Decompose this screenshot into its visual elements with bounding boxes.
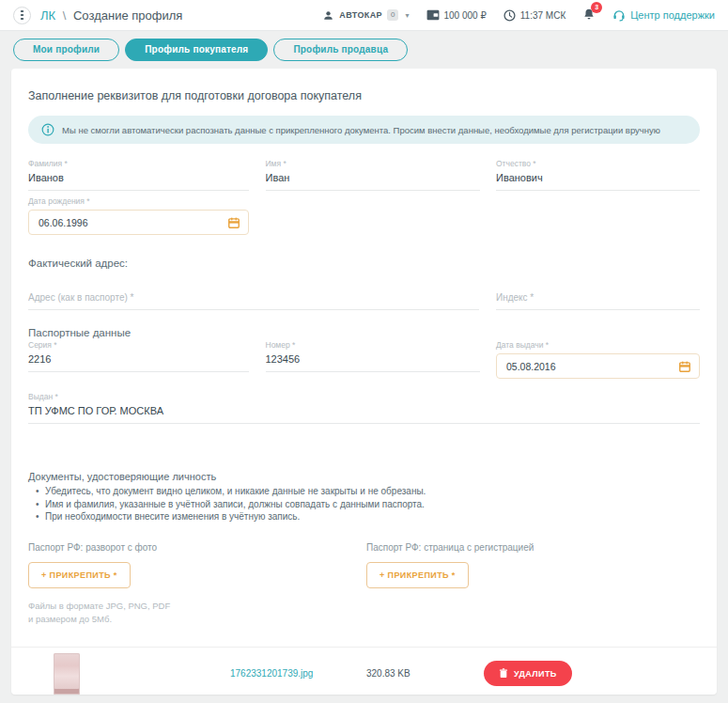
issue-date-label: Дата выдачи * (496, 340, 700, 350)
top-header: ЛК \ Создание профиля АВТОКАР 0 ▾ 100 00… (0, 0, 728, 31)
time-value: 11:37 МСК (520, 10, 565, 21)
trash-icon (499, 668, 508, 679)
documents-title: Документы, удостоверяющие личность (28, 471, 700, 482)
address-input[interactable] (28, 286, 479, 310)
upload-registration-page: Паспорт РФ: страница с регистрацией + ПР… (366, 542, 700, 627)
last-name-field: Фамилия * (28, 159, 249, 191)
attach-registration-button[interactable]: + ПРИКРЕПИТЬ * (366, 562, 469, 588)
issued-by-field: Выдан * (28, 392, 700, 424)
file-thumbnail[interactable] (54, 653, 80, 695)
address-field (28, 286, 479, 310)
issue-date-input[interactable] (506, 361, 678, 372)
balance-value: 100 000 ₽ (444, 10, 487, 21)
upload-photo-spread: Паспорт РФ: разворот с фото + ПРИКРЕПИТЬ… (28, 542, 366, 627)
passport-series-field: Серия * (28, 340, 249, 379)
header-toolbar: АВТОКАР 0 ▾ 100 000 ₽ 11:37 МСК 3 Центр … (322, 8, 715, 23)
documents-rule: Убедитесь, что документ видно целиком, и… (28, 485, 700, 498)
support-center-label: Центр поддержки (630, 9, 715, 21)
first-name-label: Имя * (266, 159, 480, 168)
middle-name-label: Отчество * (496, 159, 700, 168)
info-banner-text: Мы не смогли автоматически распознать да… (62, 125, 660, 135)
postcode-input[interactable] (496, 286, 700, 310)
upload-registration-label: Паспорт РФ: страница с регистрацией (366, 542, 700, 553)
support-center-link[interactable]: Центр поддержки (612, 8, 715, 22)
delete-file-button[interactable]: УДАЛИТЬ (484, 661, 572, 686)
birth-date-label: Дата рождения * (28, 196, 249, 206)
file-size: 320.83 KB (366, 668, 484, 679)
breadcrumb-home-link[interactable]: ЛК (40, 8, 55, 23)
upload-columns: Паспорт РФ: разворот с фото + ПРИКРЕПИТЬ… (28, 542, 700, 627)
issued-by-input[interactable] (28, 405, 700, 424)
last-name-input[interactable] (28, 172, 249, 191)
info-banner: Мы не смогли автоматически распознать да… (28, 116, 700, 144)
passport-series-input[interactable] (28, 353, 249, 372)
issued-by-label: Выдан * (28, 392, 700, 401)
clock-icon (503, 9, 516, 22)
notifications-button[interactable]: 3 (582, 8, 596, 23)
file-name-link[interactable]: 1762331201739.jpg (230, 668, 366, 679)
user-icon (322, 9, 334, 22)
passport-section-title: Паспортные данные (28, 327, 700, 338)
documents-rule: Имя и фамилия, указанные в учётной запис… (28, 498, 700, 511)
birth-date-input[interactable] (39, 217, 227, 228)
birth-date-box (28, 210, 249, 235)
calendar-icon (227, 216, 240, 229)
birth-date-calendar-button[interactable] (227, 216, 240, 229)
issue-date-calendar-button[interactable] (678, 360, 691, 373)
address-row (28, 286, 700, 310)
last-name-label: Фамилия * (28, 159, 249, 168)
issue-date-box (496, 353, 700, 379)
account-badge: 0 (387, 9, 398, 21)
documents-section: Документы, удостоверяющие личность Убеди… (28, 471, 700, 626)
page-title: Создание профиля (73, 8, 182, 23)
time-indicator: 11:37 МСК (503, 9, 565, 22)
kebab-dots-icon (21, 10, 23, 21)
postcode-field (496, 286, 700, 310)
kebab-menu-icon[interactable] (13, 7, 31, 24)
address-section-title: Фактический адрес: (28, 258, 700, 269)
info-icon (41, 123, 54, 136)
first-name-field: Имя * (266, 159, 480, 191)
profile-tabs: Мои профили Профиль покупателя Профиль п… (0, 31, 728, 69)
file-row: 1762331201739.jpg 320.83 KB УДАЛИТЬ (11, 648, 717, 695)
attach-photo-spread-button[interactable]: + ПРИКРЕПИТЬ * (28, 562, 131, 588)
upload-hint: Файлы в формате JPG, PNG, PDF и размером… (28, 600, 366, 627)
passport-row: Серия * Номер * Дата выдачи * (28, 340, 700, 379)
tab-seller-profile[interactable]: Профиль продавца (273, 39, 408, 61)
name-fields-row: Фамилия * Имя * Отчество * (28, 159, 700, 191)
notifications-count-badge: 3 (591, 2, 602, 13)
upload-hint-line1: Файлы в формате JPG, PNG, PDF (28, 600, 366, 613)
wallet-icon (426, 9, 440, 21)
breadcrumb: ЛК \ Создание профиля (40, 8, 182, 23)
middle-name-input[interactable] (496, 172, 700, 191)
chevron-down-icon: ▾ (405, 11, 409, 20)
uploaded-files-list: 1762331201739.jpg 320.83 KB УДАЛИТЬ 1762… (11, 647, 717, 695)
upload-photo-spread-label: Паспорт РФ: разворот с фото (28, 542, 366, 553)
first-name-input[interactable] (266, 172, 480, 191)
account-name: АВТОКАР (339, 10, 382, 20)
passport-number-label: Номер * (266, 340, 480, 350)
calendar-icon (678, 360, 691, 373)
documents-rule: При необходимости внесите изменения в уч… (28, 510, 700, 523)
passport-series-label: Серия * (28, 340, 249, 350)
balance-indicator: 100 000 ₽ (426, 9, 487, 21)
passport-number-input[interactable] (266, 353, 480, 372)
buyer-profile-form-card: Заполнение реквизитов для подготовки дог… (11, 69, 717, 695)
delete-file-label: УДАЛИТЬ (514, 669, 557, 679)
documents-rules-list: Убедитесь, что документ видно целиком, и… (28, 485, 700, 523)
tab-buyer-profile[interactable]: Профиль покупателя (125, 39, 268, 61)
issue-date-field: Дата выдачи * (496, 340, 700, 379)
account-switcher[interactable]: АВТОКАР 0 ▾ (322, 9, 409, 22)
upload-hint-line2: и размером до 5Мб. (28, 613, 366, 626)
breadcrumb-separator: \ (63, 8, 67, 23)
headset-icon (612, 8, 626, 22)
tab-my-profiles[interactable]: Мои профили (13, 39, 119, 61)
form-title: Заполнение реквизитов для подготовки дог… (28, 89, 700, 102)
birth-date-field: Дата рождения * (28, 196, 249, 235)
passport-number-field: Номер * (266, 340, 480, 379)
middle-name-field: Отчество * (496, 159, 700, 191)
